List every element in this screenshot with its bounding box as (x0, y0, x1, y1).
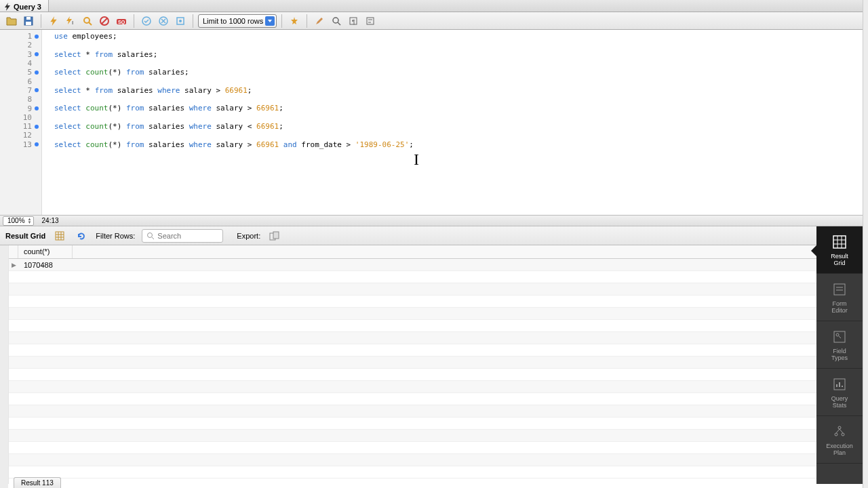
table-row-empty (9, 442, 816, 454)
svg-text:¶: ¶ (352, 18, 355, 25)
table-row-empty (9, 466, 816, 479)
table-row-empty (9, 271, 816, 283)
sql-editor[interactable]: 12345678910111213 use employees; select … (0, 30, 868, 216)
plan-icon (831, 424, 848, 440)
save-button[interactable] (21, 14, 36, 28)
table-row-empty (9, 283, 816, 296)
svg-text:I: I (72, 20, 73, 26)
query-tab[interactable]: Query 3 (0, 0, 49, 12)
side-form-editor[interactable]: Form Editor (816, 274, 863, 321)
limit-rows-select[interactable]: Limit to 1000 rows (198, 14, 277, 28)
commit-button[interactable] (139, 14, 154, 28)
result-grid-label: Result Grid (5, 232, 45, 240)
form-icon (831, 281, 848, 298)
table-row-empty (9, 381, 816, 393)
svg-point-49 (842, 433, 844, 436)
svg-point-15 (179, 20, 182, 22)
svg-point-48 (835, 433, 837, 436)
result-grid[interactable]: count(*) ▶1070488 (8, 245, 816, 484)
invisible-chars-button[interactable]: ¶ (346, 14, 361, 28)
table-row-empty (9, 454, 816, 466)
table-row-empty (9, 320, 816, 332)
table-row-empty (9, 308, 816, 320)
svg-line-50 (836, 429, 840, 433)
svg-point-47 (838, 426, 841, 429)
grid-left-gutter (0, 245, 8, 488)
svg-point-16 (333, 18, 338, 23)
result-side-panel: Result Grid Form Editor Field Types Quer… (816, 226, 863, 484)
beautify-button[interactable] (287, 14, 302, 28)
autocommit-button[interactable] (173, 14, 188, 28)
svg-rect-1 (26, 17, 31, 20)
svg-rect-2 (26, 22, 31, 25)
execute-button[interactable] (46, 14, 61, 28)
svg-point-41 (836, 333, 839, 336)
column-header[interactable]: count(*) (18, 245, 73, 258)
svg-line-17 (338, 22, 340, 25)
find-button[interactable] (329, 14, 344, 28)
table-row[interactable]: ▶1070488 (9, 259, 816, 271)
svg-rect-20 (367, 18, 374, 24)
stats-icon (831, 376, 848, 392)
grid-header: count(*) (9, 245, 816, 259)
table-row-empty (9, 344, 816, 357)
cursor-position: 24:13 (42, 217, 59, 224)
editor-toolbar: I SQ Limit to 1000 rows ¶ (0, 12, 868, 30)
table-row-empty (9, 430, 816, 442)
svg-rect-32 (833, 236, 846, 248)
table-row-empty (9, 369, 816, 381)
rollback-button[interactable] (156, 14, 171, 28)
filter-rows-label: Filter Rows: (96, 232, 135, 240)
svg-text:SQ: SQ (118, 20, 125, 25)
limit-select-wrap[interactable]: Limit to 1000 rows (198, 14, 277, 28)
commit-off-button[interactable]: SQ (114, 14, 129, 28)
result-tab[interactable]: Result 113 (14, 477, 61, 488)
side-execution-plan[interactable]: Execution Plan (816, 416, 863, 464)
side-query-stats[interactable]: Query Stats (816, 369, 863, 416)
svg-rect-37 (834, 284, 845, 295)
side-field-types[interactable]: Field Types (816, 321, 863, 369)
table-row-empty (9, 332, 816, 344)
line-gutter: 12345678910111213 (0, 30, 42, 215)
explain-button[interactable] (80, 14, 95, 28)
refresh-icon[interactable] (74, 228, 89, 243)
svg-line-5 (89, 22, 92, 25)
svg-line-7 (102, 18, 107, 24)
table-row-empty (9, 393, 816, 405)
svg-line-27 (152, 237, 154, 239)
svg-rect-29 (273, 232, 279, 239)
editor-status-bar: 100% ▲▼ 24:13 (0, 216, 868, 226)
filter-search-box[interactable] (142, 229, 223, 243)
svg-point-4 (84, 18, 90, 23)
search-icon (146, 232, 155, 240)
result-toolbar: Result Grid Filter Rows: Export: (0, 226, 868, 245)
search-input[interactable] (157, 232, 212, 240)
field-types-icon (831, 329, 848, 345)
query-tab-bar: Query 3 (0, 0, 868, 12)
wrap-button[interactable] (363, 14, 378, 28)
tab-title: Query 3 (14, 3, 41, 11)
svg-line-51 (840, 429, 843, 433)
lightning-icon (4, 3, 11, 11)
side-result-grid[interactable]: Result Grid (816, 226, 863, 274)
export-button[interactable] (267, 228, 282, 243)
brush-button[interactable] (312, 14, 327, 28)
stop-button[interactable] (97, 14, 112, 28)
svg-line-42 (839, 336, 841, 338)
svg-rect-21 (56, 232, 64, 240)
table-row-empty (9, 296, 816, 308)
export-label: Export: (237, 232, 260, 240)
code-area[interactable]: use employees; select * from salaries; s… (42, 30, 868, 215)
open-file-button[interactable] (4, 14, 19, 28)
svg-point-26 (148, 232, 153, 237)
zoom-level[interactable]: 100% ▲▼ (3, 216, 34, 226)
table-row-empty (9, 418, 816, 430)
table-row-empty (9, 405, 816, 418)
grid-view-icon[interactable] (52, 228, 67, 243)
execute-current-button[interactable]: I (63, 14, 78, 28)
table-row-empty (9, 357, 816, 369)
grid-icon (831, 234, 848, 250)
